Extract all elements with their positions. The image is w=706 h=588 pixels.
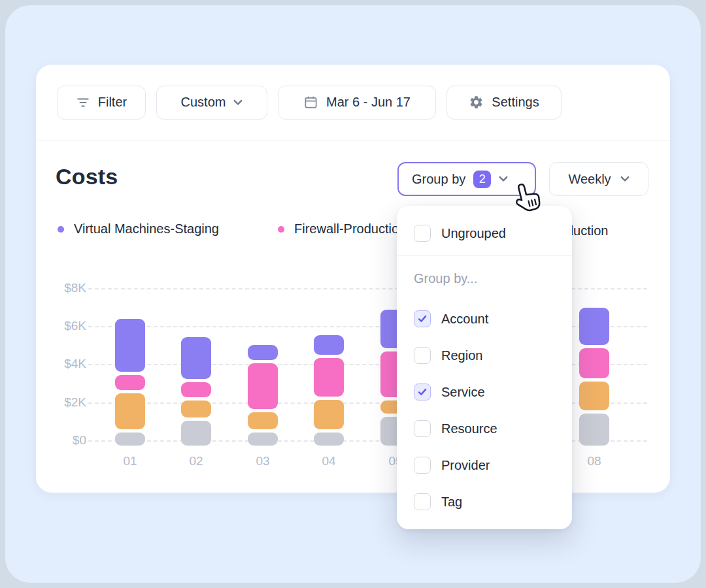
- menu-item-label: Resource: [441, 421, 497, 436]
- bar-segment[interactable]: [115, 433, 145, 446]
- cursor-pointer-icon: [513, 182, 542, 217]
- bar-segment[interactable]: [579, 348, 609, 378]
- menu-item-provider[interactable]: Provider: [397, 447, 572, 483]
- account-checkbox[interactable]: [414, 310, 431, 327]
- bar-segment[interactable]: [314, 335, 344, 355]
- x-axis-tick-label: 02: [176, 454, 216, 468]
- tag-checkbox[interactable]: [414, 493, 431, 510]
- group-by-dropdown-menu: Ungrouped Group by... AccountRegionServi…: [397, 206, 572, 529]
- bar-segment[interactable]: [248, 345, 278, 360]
- bar-segment[interactable]: [181, 421, 211, 446]
- y-axis-tick-label: $0: [52, 433, 86, 448]
- bar-segment[interactable]: [181, 382, 211, 397]
- bar-segment[interactable]: [248, 433, 278, 446]
- menu-item-label: Tag: [441, 495, 462, 510]
- bar-segment[interactable]: [314, 433, 344, 446]
- bar-segment[interactable]: [314, 400, 344, 429]
- x-axis-tick-label: 03: [243, 454, 282, 468]
- x-axis-tick-label: 08: [575, 454, 614, 468]
- bar-segment[interactable]: [579, 308, 609, 345]
- provider-checkbox[interactable]: [414, 457, 431, 474]
- menu-item-region[interactable]: Region: [397, 337, 572, 374]
- y-axis-tick-label: $4K: [52, 356, 86, 372]
- resource-checkbox[interactable]: [414, 420, 431, 437]
- menu-item-resource[interactable]: Resource: [397, 410, 572, 447]
- bar-segment[interactable]: [248, 363, 278, 409]
- bar-segment[interactable]: [181, 337, 211, 379]
- bar-segment[interactable]: [579, 414, 609, 446]
- costs-card: Filter Custom Mar 6 - Jun 17 Settings: [36, 65, 670, 493]
- y-axis-tick-label: $6K: [52, 318, 86, 334]
- menu-item-ungrouped[interactable]: Ungrouped: [397, 215, 572, 252]
- menu-item-account[interactable]: Account: [397, 301, 572, 337]
- y-axis-tick-label: $2K: [52, 395, 86, 410]
- y-axis-tick-label: $8K: [52, 280, 86, 296]
- menu-item-label: Ungrouped: [441, 226, 506, 241]
- bar-segment[interactable]: [115, 375, 145, 390]
- menu-section-label: Group by...: [397, 261, 572, 295]
- menu-item-label: Account: [441, 312, 488, 327]
- bar-segment[interactable]: [248, 412, 278, 429]
- ungrouped-checkbox[interactable]: [414, 225, 431, 242]
- costs-chart: $0$2K$4K$6K$8K0102030405060708: [36, 65, 670, 493]
- x-axis-tick-label: 04: [309, 454, 348, 468]
- menu-item-tag[interactable]: Tag: [397, 483, 572, 520]
- bar-segment[interactable]: [115, 393, 145, 429]
- menu-divider: [397, 255, 572, 256]
- region-checkbox[interactable]: [414, 347, 431, 364]
- bar-segment[interactable]: [579, 382, 609, 410]
- menu-item-label: Service: [441, 385, 485, 400]
- menu-options: AccountRegionServiceResourceProviderTag: [397, 301, 572, 520]
- x-axis-tick-label: 01: [110, 454, 150, 468]
- bar-segment[interactable]: [314, 358, 344, 397]
- service-checkbox[interactable]: [414, 384, 431, 400]
- bar-segment[interactable]: [181, 400, 211, 417]
- menu-item-label: Provider: [441, 458, 490, 473]
- menu-item-service[interactable]: Service: [397, 374, 572, 410]
- screen: Filter Custom Mar 6 - Jun 17 Settings: [0, 0, 706, 588]
- bar-segment[interactable]: [115, 319, 145, 372]
- menu-item-label: Region: [441, 348, 482, 363]
